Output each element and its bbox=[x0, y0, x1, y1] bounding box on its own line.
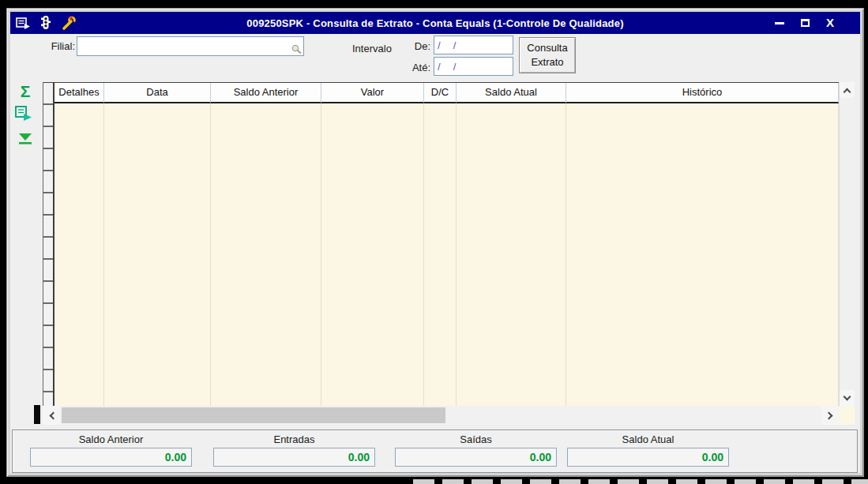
column-header-detalhes[interactable]: Detalhes bbox=[54, 83, 104, 103]
maximize-icon bbox=[801, 19, 810, 27]
scroll-right-button[interactable] bbox=[821, 406, 839, 425]
scroll-down-button[interactable] bbox=[840, 390, 855, 406]
total-label: Saídas bbox=[395, 433, 557, 447]
total-label: Entradas bbox=[213, 433, 375, 447]
scrollbar-corner bbox=[839, 406, 855, 425]
total-value-field: 0.00 bbox=[213, 448, 375, 467]
grid-body-dc bbox=[424, 103, 457, 406]
filial-input[interactable] bbox=[77, 36, 304, 56]
minimize-icon bbox=[775, 22, 784, 24]
total-label: Saldo Atual bbox=[567, 433, 729, 447]
grid-body-detalhes bbox=[54, 103, 104, 406]
scroll-up-button[interactable] bbox=[840, 82, 855, 98]
window-content: Filial: Intervalo De: Até: Consulta Extr… bbox=[10, 34, 860, 473]
window-title: 009250SPK - Consulta de Extrato - Conta … bbox=[10, 17, 860, 29]
date-to-input[interactable] bbox=[434, 57, 513, 76]
column-valor: Valor bbox=[321, 83, 424, 406]
traffic-light-icon[interactable] bbox=[38, 15, 54, 31]
filial-label: Filial: bbox=[34, 40, 75, 52]
grid-body-data bbox=[104, 103, 211, 406]
horizontal-scroll-track[interactable] bbox=[60, 406, 821, 425]
lookup-magnifier-icon[interactable] bbox=[291, 44, 302, 57]
grid-columns: Detalhes Data Saldo Anterior Valor D/C bbox=[54, 82, 839, 406]
background-window-edge bbox=[413, 479, 868, 484]
date-from-input[interactable] bbox=[434, 36, 513, 54]
wrench-icon[interactable] bbox=[61, 15, 77, 31]
chevron-down-icon bbox=[844, 392, 851, 400]
total-saldo-atual: Saldo Atual 0.00 bbox=[567, 433, 729, 467]
total-value-field: 0.00 bbox=[395, 448, 557, 467]
column-saldo-anterior: Saldo Anterior bbox=[211, 83, 321, 406]
close-button[interactable]: X bbox=[824, 17, 836, 29]
grid-splitter-handle[interactable] bbox=[34, 405, 40, 424]
grid-body-valor bbox=[321, 103, 424, 406]
date-to-label: Até: bbox=[400, 62, 430, 73]
date-from-label: De: bbox=[402, 40, 430, 52]
column-saldo-atual: Saldo Atual bbox=[457, 83, 566, 406]
total-saidas: Saídas 0.00 bbox=[395, 433, 557, 467]
horizontal-scrollbar[interactable] bbox=[43, 406, 839, 425]
column-header-data[interactable]: Data bbox=[104, 83, 211, 103]
intervalo-label: Intervalo bbox=[352, 43, 392, 54]
extrato-grid: Detalhes Data Saldo Anterior Valor D/C bbox=[43, 82, 855, 406]
horizontal-scroll-thumb[interactable] bbox=[62, 407, 445, 423]
column-dc: D/C bbox=[424, 83, 457, 406]
consulta-button-line1: Consulta bbox=[527, 42, 567, 54]
export-report-icon[interactable] bbox=[13, 103, 34, 124]
column-historico: Histórico bbox=[566, 83, 839, 406]
chevron-right-icon bbox=[825, 411, 832, 419]
total-entradas: Entradas 0.00 bbox=[213, 433, 375, 467]
grid-row-selector[interactable] bbox=[43, 82, 54, 406]
column-header-valor[interactable]: Valor bbox=[321, 83, 424, 103]
app-window: 009250SPK - Consulta de Extrato - Conta … bbox=[6, 8, 864, 477]
column-header-saldo-atual[interactable]: Saldo Atual bbox=[457, 83, 566, 103]
totals-panel: Saldo Anterior 0.00 Entradas 0.00 Saídas… bbox=[12, 430, 858, 473]
column-header-saldo-anterior[interactable]: Saldo Anterior bbox=[211, 83, 321, 103]
total-saldo-anterior: Saldo Anterior 0.00 bbox=[30, 433, 192, 467]
column-header-historico[interactable]: Histórico bbox=[566, 83, 839, 103]
grid-body-historico bbox=[566, 103, 839, 406]
scroll-left-button[interactable] bbox=[43, 406, 60, 425]
total-value-field: 0.00 bbox=[30, 448, 192, 467]
filter-funnel-icon[interactable] bbox=[15, 129, 36, 149]
total-value-field: 0.00 bbox=[567, 448, 729, 467]
total-label: Saldo Anterior bbox=[30, 433, 192, 447]
chevron-up-icon bbox=[844, 88, 851, 96]
column-header-dc[interactable]: D/C bbox=[424, 83, 457, 103]
title-bar: 009250SPK - Consulta de Extrato - Conta … bbox=[10, 12, 860, 34]
column-data: Data bbox=[104, 83, 211, 406]
vertical-scrollbar[interactable] bbox=[839, 82, 855, 406]
form-browse-icon[interactable] bbox=[15, 15, 31, 31]
grid-body-saldo-anterior bbox=[211, 103, 321, 406]
chevron-left-icon bbox=[49, 411, 57, 419]
grid-body-saldo-atual bbox=[457, 103, 566, 406]
sum-sigma-icon[interactable]: Σ bbox=[15, 81, 36, 102]
minimize-button[interactable] bbox=[773, 17, 786, 29]
maximize-button[interactable] bbox=[798, 17, 811, 29]
column-detalhes: Detalhes bbox=[54, 83, 104, 406]
consulta-extrato-button[interactable]: Consulta Extrato bbox=[519, 37, 576, 73]
consulta-button-line2: Extrato bbox=[531, 56, 563, 68]
